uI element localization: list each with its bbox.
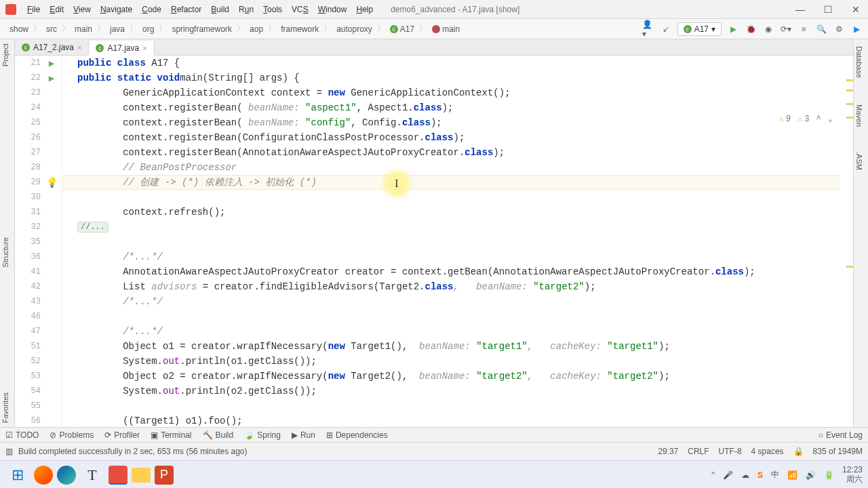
intention-bulb-icon[interactable]: 💡 [45,177,58,188]
coverage-icon[interactable]: ◉ [762,23,774,35]
code-line[interactable]: AnnotationAwareAspectJAutoProxyCreator c… [62,264,840,279]
crumb[interactable]: aop [245,23,267,35]
indent[interactable]: 4 spaces [751,447,784,456]
code-line[interactable]: context.refresh(); [62,205,840,220]
code-line[interactable] [62,190,840,205]
marker-strip[interactable] [845,56,853,427]
project-tool[interactable]: Project [0,39,11,70]
volume-icon[interactable]: 🔊 [806,470,816,480]
menu-window[interactable]: Window [314,3,351,16]
code-line[interactable]: context.registerBean( beanName: "config"… [62,115,840,130]
line-sep[interactable]: CRLF [688,447,709,456]
crumb[interactable]: autoproxy [332,23,376,35]
code-line[interactable]: //... [62,220,840,235]
crumb[interactable]: org [138,23,158,35]
powerpoint-icon[interactable]: P [155,466,174,485]
code-line[interactable]: // 创建 -> (*) 依赖注入 -> 初始化 (*) [62,175,840,190]
terminal-tab[interactable]: ▣ Terminal [151,430,191,440]
code-line[interactable]: System.out.println(o1.getClass()); [62,354,840,369]
settings-icon[interactable]: ⚙ [833,23,845,35]
wifi-icon[interactable]: 📶 [787,470,797,480]
run-gutter-icon[interactable]: ▶ [45,58,58,69]
menu-navigate[interactable]: Navigate [96,3,136,16]
close-button[interactable]: ✕ [849,4,863,15]
tab-a17[interactable]: cA17.java× [89,41,154,56]
problems-tab[interactable]: ⊘ Problems [50,430,94,440]
code-line[interactable]: GenericApplicationContext context = new … [62,85,840,100]
structure-tool[interactable]: Structure [0,233,11,272]
run-config-select[interactable]: cA17 ▾ [677,22,722,36]
menu-help[interactable]: Help [352,3,377,16]
stop-icon[interactable]: ■ [797,23,810,35]
caret-pos[interactable]: 29:37 [658,447,678,456]
crumb[interactable]: src [42,23,61,35]
profiler-tab[interactable]: ⟳ Profiler [104,430,140,440]
database-tool[interactable]: Database [854,42,865,82]
code-line[interactable]: public class A17 { [62,56,840,70]
sogou-icon[interactable]: S [757,470,763,480]
todo-tab[interactable]: ☑ TODO [5,430,39,440]
code-line[interactable] [62,309,840,324]
run-gutter-icon[interactable]: ▶ [45,73,58,84]
onedrive-icon[interactable]: ☁ [741,470,749,480]
battery-icon[interactable]: 🔋 [824,470,834,480]
maven-tool[interactable]: Maven [854,100,865,131]
search-icon[interactable]: 🔍 [815,23,827,35]
crumb[interactable]: springframework [167,23,236,35]
code-line[interactable]: Object o1 = creator.wrapIfNecessary(new … [62,339,840,354]
memory[interactable]: 835 of 1949M [813,447,863,456]
crumb[interactable]: main [71,23,96,35]
code-line[interactable]: public static void main(String[] args) { [62,70,840,85]
code-line[interactable]: context.registerBean( beanName: "aspect1… [62,100,840,115]
code-line[interactable] [62,235,840,249]
code-line[interactable]: /*...*/ [62,294,840,309]
favorites-tool[interactable]: Favorites [0,388,11,427]
menu-run[interactable]: Run [235,3,258,16]
user-icon[interactable]: 👤▾ [642,23,654,35]
menu-code[interactable]: Code [138,3,165,16]
start-button[interactable]: ⊞ [5,463,30,487]
menu-build[interactable]: Build [207,3,233,16]
clock[interactable]: 12:23周六 [842,466,863,483]
inspections-widget[interactable]: ⚠9 ⚠3 ^ ⌄ [779,114,833,124]
tray-expand-icon[interactable]: ^ [711,471,715,479]
crumb[interactable]: framework [277,23,323,35]
code-line[interactable]: Object o2 = creator.wrapIfNecessary(new … [62,369,840,384]
crumb-class[interactable]: cA17 [386,23,418,35]
spring-tab[interactable]: 🍃 Spring [244,430,281,440]
minimize-button[interactable]: — [793,4,808,15]
mic-icon[interactable]: 🎤 [723,470,733,480]
crumb-method[interactable]: main [428,23,464,35]
menu-view[interactable]: View [69,3,95,16]
code-line[interactable] [62,399,840,413]
code-line[interactable]: ((Target1) o1).foo(); [62,413,840,427]
code-line[interactable]: List advisors = creator.findEligibleAdvi… [62,279,840,294]
text-icon[interactable]: T [80,463,104,487]
code-editor[interactable]: 21▶22▶23242526272829💡3031323536414243464… [15,56,853,427]
code-line[interactable]: /*...*/ [62,249,840,264]
xrebel-icon[interactable]: ▶ [850,23,863,35]
run-tab[interactable]: ▶ Run [292,430,315,440]
crumb[interactable]: java [106,23,129,35]
build-tab[interactable]: 🔨 Build [203,430,234,440]
code-area[interactable]: public class A17 { public static void ma… [62,56,840,427]
encoding[interactable]: UTF-8 [719,447,742,456]
lock-icon[interactable]: 🔒 [793,447,804,456]
edge-icon[interactable] [57,466,76,485]
intellij-icon[interactable] [108,466,127,485]
code-line[interactable]: context.registerBean(ConfigurationClassP… [62,130,840,145]
crumb[interactable]: show [5,23,33,35]
asm-tool[interactable]: .ASM [854,148,865,174]
ime-icon[interactable]: 中 [771,469,779,481]
debug-icon[interactable]: 🐞 [745,23,757,35]
dependencies-tab[interactable]: ⊞ Dependencies [326,430,388,440]
tab-a17-2[interactable]: cA17_2.java× [15,40,89,55]
menu-file[interactable]: File [23,3,44,16]
close-icon[interactable]: × [77,43,81,52]
menu-tools[interactable]: Tools [259,3,286,16]
maximize-button[interactable]: ☐ [821,4,835,15]
close-icon[interactable]: × [142,44,146,52]
status-icon[interactable]: ▥ [5,447,13,456]
code-line[interactable]: context.registerBean(AnnotationAwareAspe… [62,145,840,160]
event-log-tab[interactable]: ○ Event Log [818,430,863,440]
